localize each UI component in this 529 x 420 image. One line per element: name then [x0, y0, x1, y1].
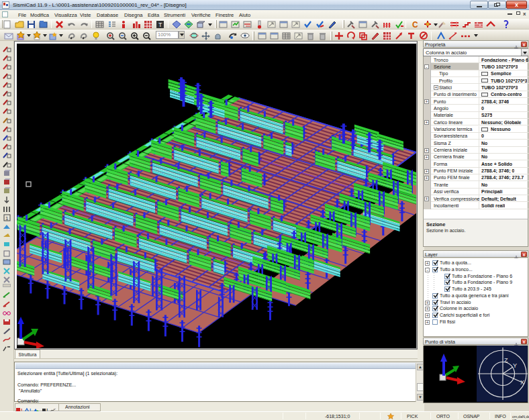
- svg-text:T: T: [158, 21, 162, 28]
- svg-text:Y: Y: [513, 362, 517, 369]
- svg-text:C: C: [412, 20, 418, 29]
- svg-text:**: **: [7, 346, 10, 350]
- svg-text:Z: Z: [504, 357, 508, 364]
- svg-text:X: X: [520, 379, 524, 386]
